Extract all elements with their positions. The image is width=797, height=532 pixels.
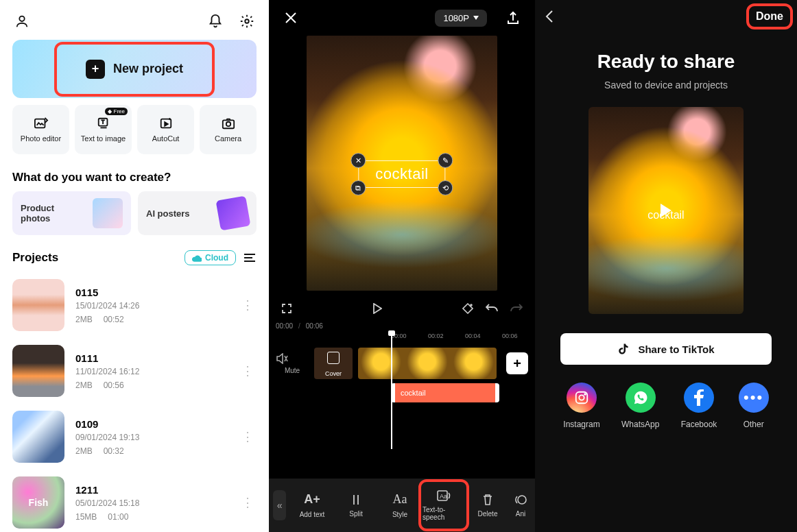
more-icon[interactable]: ⋮ (239, 429, 257, 444)
highlight-done (746, 3, 793, 29)
project-thumb: Fish (12, 476, 64, 529)
share-subtitle: Saved to device and projects (535, 80, 797, 90)
project-item[interactable]: 0109 09/01/2024 19:13 2MB00:32 ⋮ (12, 404, 257, 470)
resolution-picker[interactable]: 1080P (435, 10, 487, 27)
social-row: Instagram WhatsApp Facebook ••• Other (535, 383, 797, 429)
undo-icon[interactable] (486, 303, 498, 314)
tool-animation[interactable]: Ani (510, 483, 531, 527)
redo-icon[interactable] (510, 303, 523, 314)
svg-point-13 (584, 394, 586, 395)
tool-delete[interactable]: Delete (466, 483, 509, 527)
more-icon[interactable]: ⋮ (239, 495, 257, 510)
delete-icon (482, 494, 493, 506)
product-photos-art (93, 198, 123, 228)
split-icon (350, 494, 362, 506)
gear-icon[interactable] (237, 12, 257, 31)
transport-bar (269, 295, 535, 322)
cloud-icon (192, 254, 202, 262)
mute-icon (276, 353, 288, 364)
handle-delete-icon[interactable]: ✕ (350, 153, 366, 168)
svg-point-6 (226, 122, 230, 126)
home-pane: + New project Photo editor ◆ Free Text t… (0, 0, 269, 532)
toolbar-back-icon[interactable]: « (273, 490, 286, 520)
back-icon[interactable] (545, 10, 554, 23)
project-thumb (12, 345, 64, 397)
project-item[interactable]: Fish 1211 05/01/2024 15:18 15MB01:00 ⋮ (12, 470, 257, 532)
more-icon[interactable]: ⋮ (239, 363, 257, 378)
tiktok-icon (617, 343, 630, 355)
export-icon[interactable] (503, 8, 523, 27)
tts-icon: Aa (436, 489, 451, 502)
mute-button[interactable]: Mute (276, 353, 309, 374)
projects-list: 0115 15/01/2024 14:26 2MB00:52 ⋮ 0111 11… (12, 272, 257, 532)
editor-toolbar: « A+ Add text Split Aa Style Aa Text-to-… (269, 479, 535, 532)
ai-posters-art (216, 196, 251, 231)
share-pane: Done Ready to share Saved to device and … (535, 0, 797, 532)
svg-point-10 (518, 496, 526, 504)
quick-product-photos[interactable]: Product photos (12, 191, 131, 235)
tool-text-to-speech[interactable]: Aa Text-to-speech (423, 483, 465, 527)
text-to-image-icon (96, 117, 111, 130)
project-thumb (12, 411, 64, 463)
tool-add-text[interactable]: A+ Add text (291, 483, 333, 527)
photo-editor-icon (34, 117, 49, 130)
tool-camera[interactable]: Camera (200, 105, 257, 154)
bell-icon[interactable] (206, 12, 225, 31)
tool-autocut[interactable]: AutoCut (137, 105, 194, 154)
text-clip[interactable]: cocktail (391, 383, 499, 402)
video-clip[interactable] (358, 348, 497, 379)
project-item[interactable]: 0115 15/01/2024 14:26 2MB00:52 ⋮ (12, 272, 257, 338)
close-icon[interactable] (281, 8, 300, 27)
text-overlay[interactable]: cocktail ✕ ✎ ⧉ ⟲ (358, 160, 445, 188)
more-icon[interactable]: ⋮ (239, 298, 257, 313)
animation-icon (514, 494, 527, 506)
play-overlay-icon (661, 204, 671, 217)
tool-photo-editor[interactable]: Photo editor (12, 105, 69, 154)
new-project-label: New project (113, 62, 183, 76)
projects-heading: Projects (12, 251, 58, 265)
share-preview[interactable]: cocktail (588, 107, 744, 314)
tool-split[interactable]: Split (335, 483, 377, 527)
tool-text-to-image[interactable]: ◆ Free Text to image (75, 105, 132, 154)
svg-point-7 (471, 304, 472, 306)
handle-copy-icon[interactable]: ⧉ (350, 180, 366, 195)
timeline[interactable]: 00:00 00:02 00:04 00:06 Mute Cover + coc… (269, 332, 535, 422)
fullscreen-icon[interactable] (281, 303, 292, 314)
project-item[interactable]: 0111 11/01/2024 16:12 2MB00:56 ⋮ (12, 338, 257, 404)
sort-icon[interactable] (243, 252, 257, 263)
add-clip-button[interactable]: + (506, 352, 528, 374)
chevron-down-icon (473, 16, 479, 20)
share-tiktok-button[interactable]: Share to TikTok (560, 333, 772, 365)
add-text-icon: A+ (304, 492, 320, 507)
create-question: What do you want to create? (12, 171, 257, 184)
whatsapp-icon (626, 383, 656, 413)
svg-point-12 (579, 395, 584, 400)
autocut-icon (158, 117, 174, 130)
keyframe-icon[interactable] (462, 303, 473, 314)
tool-row: Photo editor ◆ Free Text to image AutoCu… (12, 105, 257, 154)
new-project-card[interactable]: + New project (12, 40, 257, 98)
play-icon[interactable] (372, 303, 382, 314)
video-preview[interactable]: cocktail ✕ ✎ ⧉ ⟲ (307, 36, 497, 291)
share-instagram[interactable]: Instagram (563, 383, 599, 429)
other-icon: ••• (739, 383, 769, 413)
timeline-ruler: 00:00 00:02 00:04 00:06 (269, 332, 535, 345)
svg-point-0 (19, 16, 24, 21)
camera-icon (221, 117, 236, 130)
plus-icon: + (86, 60, 105, 79)
share-whatsapp[interactable]: WhatsApp (621, 383, 659, 429)
quick-ai-posters[interactable]: AI posters (138, 191, 257, 235)
cloud-button[interactable]: Cloud (185, 250, 236, 265)
project-thumb (12, 279, 64, 331)
profile-icon[interactable] (12, 12, 32, 31)
share-facebook[interactable]: Facebook (681, 383, 717, 429)
playhead[interactable] (391, 332, 392, 449)
home-top-bar (12, 7, 257, 36)
projects-header: Projects Cloud (12, 250, 257, 265)
share-title: Ready to share (535, 51, 797, 73)
tool-style[interactable]: Aa Style (379, 483, 421, 527)
share-other[interactable]: ••• Other (739, 383, 769, 429)
free-badge: ◆ Free (105, 108, 128, 115)
facebook-icon (684, 383, 714, 413)
cover-button[interactable]: Cover (314, 348, 353, 379)
